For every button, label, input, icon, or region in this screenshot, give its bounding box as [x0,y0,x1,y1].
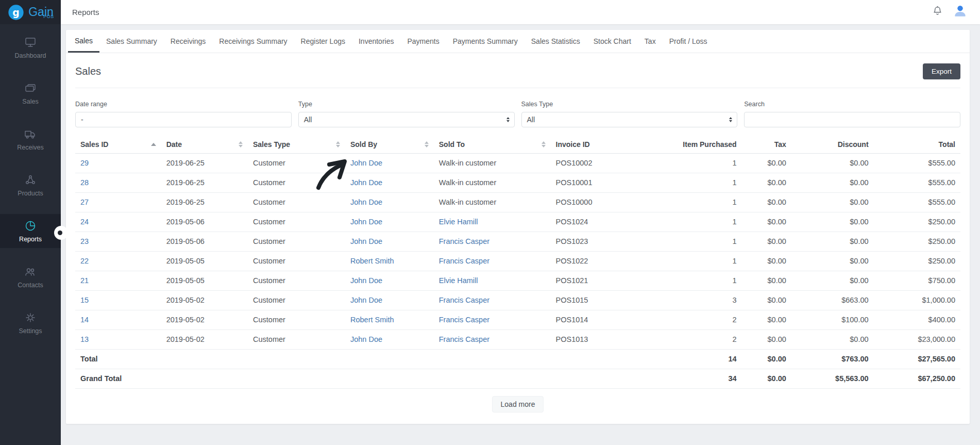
empty-cell [161,349,248,369]
column-header-sales-id[interactable]: Sales ID [75,136,161,153]
tab-sales-summary[interactable]: Sales Summary [99,30,164,53]
tab-profit-loss[interactable]: Profit / Loss [663,30,714,53]
sold-by-link[interactable]: John Doe [350,237,382,245]
sold-by-link[interactable]: John Doe [350,178,382,187]
total-cell: $555.00 [874,192,960,212]
discount-cell: $0.00 [791,173,874,192]
tab-receivings-summary[interactable]: Receivings Summary [212,30,294,53]
sidebar: g GainPOS DashboardSalesReceivesProducts… [0,0,61,445]
column-header-date[interactable]: Date [161,136,248,153]
sidebar-item-products[interactable]: Products [0,162,61,208]
sold-to-link[interactable]: Elvie Hamill [439,276,478,285]
sales-id-link[interactable]: 24 [80,218,89,226]
grand-amount-cell: $27,565.00 [874,349,960,369]
sort-toggle-icon [336,141,340,147]
sold-to-link[interactable]: Francis Casper [439,237,489,245]
sales-type-cell: Customer [248,251,345,271]
column-label: Invoice ID [556,140,590,149]
discount-cell: $0.00 [791,212,874,232]
sales-id-link[interactable]: 15 [80,296,89,304]
sold-by-link[interactable]: John Doe [350,335,382,343]
tax-cell: $0.00 [742,271,791,290]
sold-by-link[interactable]: Robert Smith [350,316,394,324]
sidebar-item-sales[interactable]: Sales [0,70,61,116]
select-arrows-icon [506,117,510,122]
tab-stock-chart[interactable]: Stock Chart [587,30,638,53]
tax-cell: $0.00 [742,192,791,212]
total-cell: $400.00 [874,310,960,329]
sales-id-link[interactable]: 28 [80,178,89,187]
sold-to-link[interactable]: Francis Casper [439,335,489,343]
sold-by-link[interactable]: John Doe [350,296,382,304]
sales-id-link[interactable]: 23 [80,237,89,245]
empty-cell [434,349,551,369]
sold-to-link[interactable]: Francis Casper [439,257,489,265]
date-cell: 2019-05-02 [161,329,248,349]
items-purchased-cell: 1 [670,232,741,251]
load-more-button[interactable]: Load more [492,396,544,413]
table-row: 272019-06-25CustomerJohn DoeWalk-in cust… [75,192,960,212]
column-header-sold-by[interactable]: Sold By [345,136,434,153]
table-row: 152019-05-02CustomerJohn DoeFrancis Casp… [75,290,960,310]
column-label: Sales ID [80,140,108,149]
sort-toggle-icon [425,141,429,147]
sold-to-cell: Walk-in customer [434,192,551,212]
sold-to-link[interactable]: Francis Casper [439,316,489,324]
notifications-bell-icon[interactable] [932,5,943,19]
export-button[interactable]: Export [923,63,960,79]
sales-id-link[interactable]: 29 [80,159,89,167]
date-cell: 2019-05-06 [161,212,248,232]
tab-inventories[interactable]: Inventories [352,30,400,53]
sales-id-link[interactable]: 27 [80,198,89,206]
tab-payments[interactable]: Payments [400,30,446,53]
sidebar-item-contacts[interactable]: Contacts [0,254,61,300]
brand-logo[interactable]: g GainPOS [0,0,61,24]
tax-cell: $0.00 [742,310,791,329]
tab-tax[interactable]: Tax [638,30,663,53]
invoice-id-cell: POS10002 [551,153,670,173]
sold-to-link[interactable]: Francis Casper [439,296,489,304]
tax-cell: $0.00 [742,153,791,173]
sales-id-link[interactable]: 13 [80,335,89,343]
sold-to-cell: Walk-in customer [434,173,551,192]
tab-sales[interactable]: Sales [68,30,99,53]
user-avatar[interactable] [953,4,968,21]
sidebar-item-receives[interactable]: Receives [0,116,61,162]
column-header-sold-to[interactable]: Sold To [434,136,551,153]
sidebar-item-settings[interactable]: Settings [0,300,61,345]
sold-by-link[interactable]: John Doe [350,218,382,226]
brand-logo-icon: g [7,4,25,21]
sales-id-link[interactable]: 22 [80,257,89,265]
tab-receivings[interactable]: Receivings [164,30,212,53]
sales-id-link[interactable]: 21 [80,276,89,285]
sold-to-link[interactable]: Elvie Hamill [439,218,478,226]
sales-id-link[interactable]: 14 [80,316,89,324]
tab-payments-summary[interactable]: Payments Summary [446,30,525,53]
sales-type-cell: Customer [248,329,345,349]
heading-row: Sales Export [75,53,960,88]
sidebar-item-label: Reports [19,236,42,243]
date-range-input[interactable] [75,112,292,127]
filter-type: TypeAll [298,101,515,127]
tab-register-logs[interactable]: Register Logs [294,30,352,53]
sidebar-item-dashboard[interactable]: Dashboard [0,24,61,70]
search-input[interactable] [744,112,960,127]
discount-cell: $663.00 [791,290,874,310]
table-row: 132019-05-02CustomerJohn DoeFrancis Casp… [75,329,960,349]
invoice-id-cell: POS1013 [551,329,670,349]
filter-search: Search [744,101,960,127]
filters-row: Date rangeTypeAllSales TypeAllSearch [75,88,960,136]
sold-by-link[interactable]: Robert Smith [350,257,394,265]
sold-by-link[interactable]: John Doe [350,276,382,285]
sidebar-item-reports[interactable]: Reports [0,208,61,254]
sold-by-link[interactable]: John Doe [350,198,382,206]
sold-by-link[interactable]: John Doe [350,159,382,167]
discount-cell: $0.00 [791,232,874,251]
content-area: SalesSales SummaryReceivingsReceivings S… [61,24,980,445]
tab-sales-statistics[interactable]: Sales Statistics [525,30,587,53]
column-label: Sold To [439,140,465,149]
sales-type-select[interactable]: All [521,112,738,127]
table-row: 232019-05-06CustomerJohn DoeFrancis Casp… [75,232,960,251]
column-header-sales-type[interactable]: Sales Type [248,136,345,153]
type-select[interactable]: All [298,112,515,127]
